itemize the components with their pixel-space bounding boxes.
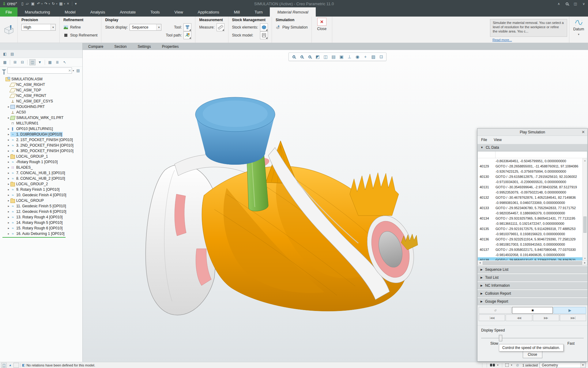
step-forward-button[interactable]: ▶▶	[533, 314, 559, 321]
chevron-down-icon[interactable]: ▼	[497, 364, 499, 366]
tree-item-14-rotary-rough-5-op010[interactable]: ▸≈14. Rotary Rough 5 [OP010]	[0, 220, 82, 225]
ribbon-tab-manufacturing[interactable]: Manufacturing	[17, 7, 57, 17]
cl-row-40134[interactable]: 40134GOTO / -29.9319257965, 5.8605411431…	[478, 216, 582, 221]
expand-icon[interactable]: ▸	[7, 232, 10, 235]
more-options-icon[interactable]: ∨	[581, 2, 586, 6]
read-more-link[interactable]: Read more...	[490, 38, 567, 42]
datum-button[interactable]: Datum ▼	[569, 17, 588, 43]
play-button[interactable]: ▶	[553, 307, 586, 314]
vertical-scrollbar[interactable]: ▲ ▼	[582, 158, 587, 260]
tree-item-nc-asm-def-csys[interactable]: ⊥NC_ASM_DEF_CSYS	[0, 98, 82, 104]
scroll-left-icon[interactable]: ◀	[478, 262, 482, 264]
close-window-icon[interactable]: ×	[66, 2, 70, 6]
tree-item-local-group-2[interactable]: ▸LOCAL_GROUP_2	[0, 181, 82, 187]
stock-model-button[interactable]	[260, 31, 268, 39]
tree-item-simulation-wrk-01-prt[interactable]: ▸SIMULATION_WRK_01.PRT	[0, 115, 82, 121]
subtab-section[interactable]: Section	[109, 43, 132, 50]
cl-row[interactable]: -0.8633649451, -0.5045799951, 0.00000000…	[478, 158, 582, 163]
expand-icon[interactable]: ▸	[7, 205, 10, 208]
cl-row[interactable]: -0.9820354457, 0.1886965379, 0.000000000…	[478, 210, 582, 216]
scrollbar-thumb[interactable]	[483, 261, 582, 265]
tree-model-icon[interactable]: ▩	[2, 59, 8, 65]
scroll-up-icon[interactable]: ▲	[583, 158, 587, 163]
tree-item-nc-asm-right[interactable]: NC_ASM_RIGHT	[0, 82, 82, 87]
cl-row-40137[interactable]: 40137GOTO / -29.9358022171, 5.8407080048…	[478, 247, 582, 252]
ribbon-tab-model[interactable]: Model	[57, 7, 83, 17]
saved-views-icon[interactable]: ▤	[330, 53, 337, 60]
datum-display-filters-icon[interactable]: ⊥	[346, 53, 353, 60]
ribbon-tab-view[interactable]: View	[167, 7, 190, 17]
tree-item-8-conical-hub-2-op010[interactable]: ▸≈8. CONICAL_HUB_2 [OP010]	[0, 176, 82, 181]
cl-row[interactable]: -0.9813661111, 0.1921472247, 0.000000000…	[478, 221, 582, 226]
chevron-down-icon[interactable]: ▼	[578, 33, 580, 36]
expand-icon[interactable]: ▸	[7, 133, 10, 136]
tree-item-simulation-asm[interactable]: SIMULATION.ASM	[0, 76, 82, 82]
tree-item-13-rotary-rough-4-op010[interactable]: ▸≈13. Rotary Rough 4 [OP010]	[0, 214, 82, 220]
cl-row-40138[interactable]: 40138GOTO / -29.9584013147, 5.7236627300…	[478, 257, 582, 260]
replay-button[interactable]: ↺	[479, 307, 511, 314]
tree-item-local-group[interactable]: ▸LOCAL_GROUP	[0, 198, 82, 203]
chevron-down-icon[interactable]: ▼	[72, 70, 74, 72]
expand-icon[interactable]: ▸	[7, 194, 10, 197]
cl-data-section-header[interactable]: ▼ CL Data	[477, 144, 587, 151]
zoom-out-icon[interactable]: −	[306, 53, 313, 60]
subtab-properties[interactable]: Properties	[156, 43, 184, 50]
tool-path-display-button[interactable]	[183, 31, 191, 39]
refine-button[interactable]: Refine	[63, 23, 97, 31]
dialog-menu-file[interactable]: File	[481, 138, 487, 142]
resource-center-icon[interactable]: ◫	[573, 2, 578, 6]
selection-filter-dropdown[interactable]: Geometry ▼	[540, 362, 586, 368]
tree-item-blades[interactable]: ▸∷BLADES_	[0, 165, 82, 170]
cl-row[interactable]: -0.9814932058, 0.1914969635, 0.000000000…	[478, 252, 582, 257]
chevron-down-icon[interactable]: ▼	[156, 24, 161, 30]
section-collision-report[interactable]: ▶Collision Report	[477, 290, 587, 297]
message-log-icon[interactable]: ◧	[22, 363, 25, 367]
expand-icon[interactable]: ▸	[7, 199, 10, 202]
expand-icon[interactable]: ▸	[7, 221, 10, 224]
tree-item-roughing-prt[interactable]: ▸ROUGHING.PRT	[0, 104, 82, 109]
speed-slider-handle[interactable]	[499, 335, 502, 341]
ribbon-tab-mill[interactable]: Mill	[227, 7, 247, 17]
open-file-icon[interactable]: ▱	[24, 2, 30, 6]
tree-item-11-geodesic-finish-5-op010[interactable]: ▸≈11. Geodesic Finish 5 [OP010]	[0, 203, 82, 209]
cl-row-40136[interactable]: 40136GOTO / -29.9232511914, 5.9046729390…	[478, 236, 582, 242]
expand-all-icon[interactable]: ⊞	[12, 59, 18, 65]
ribbon-tab-annotate[interactable]: Annotate	[112, 7, 143, 17]
tree-item-millturn01[interactable]: ⊓MILLTURN01	[0, 121, 82, 126]
customize-quick-access-icon[interactable]: ▾	[74, 2, 78, 6]
tree-item-acs0[interactable]: ⊥ACS0	[0, 109, 82, 115]
chevron-down-icon[interactable]: ▼	[51, 24, 55, 30]
tree-item-4-3rd-pocket-finish-op010[interactable]: ▸≈4. 3RD_POCKET_FINISH [OP010]	[0, 148, 82, 154]
ribbon-tab-turn[interactable]: Turn	[247, 7, 270, 17]
display-style-icon[interactable]: ◫	[322, 53, 329, 60]
folder-browser-icon[interactable]: ▤	[9, 51, 15, 57]
stop-refinement-button[interactable]: Stop Refinement	[63, 31, 97, 39]
select-box-icon[interactable]	[505, 363, 509, 367]
scroll-down-icon[interactable]: ▼	[583, 256, 587, 260]
layers-icon[interactable]: ≣	[54, 59, 60, 65]
tree-item-2-1st-pocket-finish-op010[interactable]: ▸≈2. 1ST_POCKET_FINISH [OP010]	[0, 137, 82, 143]
find-icon[interactable]	[490, 364, 495, 366]
component-display-icon[interactable]: ▨	[370, 53, 377, 60]
expand-icon[interactable]: ▸	[7, 149, 10, 152]
tool-display-button[interactable]	[183, 23, 191, 31]
speed-slider[interactable]	[481, 338, 584, 338]
tree-settings-icon[interactable]: ▤	[76, 67, 81, 74]
tree-item-9-rotary-finish-1-op010[interactable]: ▸≈9. Rotary Finish 1 [OP010]	[0, 187, 82, 192]
cl-row[interactable]: -0.9989381061, 0.0460723369, 0.000000000…	[478, 200, 582, 205]
dialog-close-icon[interactable]: ✕	[582, 128, 585, 136]
minimize-ribbon-icon[interactable]: ∧	[556, 2, 561, 6]
expand-icon[interactable]: ▸	[7, 144, 10, 147]
tree-item-1-d16r08rough-op010[interactable]: ▸≈1. D16R08ROUGH [OP010]	[0, 132, 82, 137]
scroll-right-icon[interactable]: ▶	[583, 262, 587, 264]
measure-button[interactable]	[217, 23, 224, 31]
navigator-toggle-icon[interactable]: ◫	[1, 363, 7, 368]
cl-row-40133[interactable]: 40133GOTO / -29.9523406780, 5.7552942833…	[478, 205, 582, 210]
tree-search-input[interactable]	[7, 67, 72, 74]
save-icon[interactable]: ▣	[30, 2, 36, 6]
section-nc-information[interactable]: ▶NC Information	[477, 282, 587, 289]
select-pointer-icon[interactable]: ↖	[62, 59, 68, 65]
precision-dropdown[interactable]: High ▼	[21, 24, 56, 31]
section-tool-list[interactable]: ▶Tool List	[477, 274, 587, 281]
expand-icon[interactable]: ▸	[7, 138, 10, 141]
